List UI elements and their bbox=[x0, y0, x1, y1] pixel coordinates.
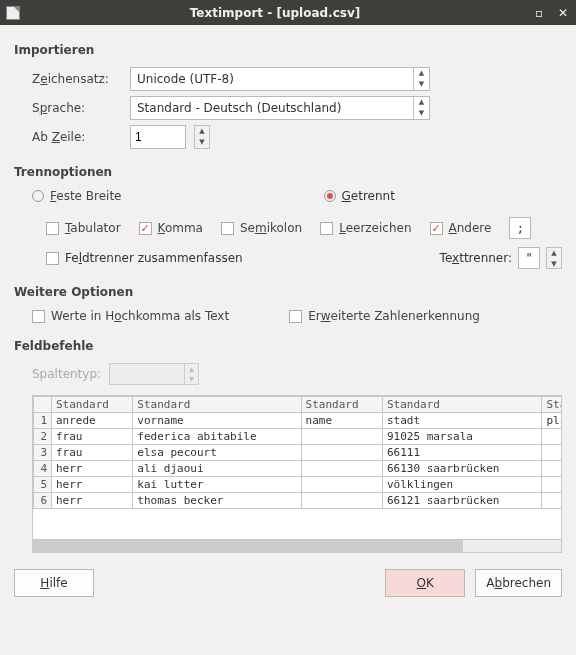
cell bbox=[542, 461, 561, 477]
h-scrollbar[interactable] bbox=[33, 540, 561, 553]
cell: herr bbox=[52, 477, 133, 493]
chk-quoted[interactable] bbox=[32, 310, 45, 323]
radio-fixed[interactable] bbox=[32, 190, 44, 202]
texttrenner-spin[interactable]: ▲▼ bbox=[546, 247, 562, 269]
fromrow-field[interactable] bbox=[131, 130, 167, 144]
table-row: 1anredevornamenamestadtplzst bbox=[34, 413, 562, 429]
preview-area: Standard Standard Standard Standard Stan… bbox=[32, 395, 562, 553]
lang-spin[interactable]: ▲▼ bbox=[413, 97, 429, 119]
coltype-label: Spaltentyp: bbox=[32, 367, 101, 381]
close-icon[interactable]: ✕ bbox=[556, 6, 570, 20]
charset-label: Zeichensatz: bbox=[32, 72, 122, 86]
section-import: Importieren bbox=[14, 43, 562, 57]
doc-icon bbox=[6, 6, 20, 20]
fromrow-input[interactable] bbox=[130, 125, 186, 149]
chk-tab[interactable] bbox=[46, 222, 59, 235]
cell: herr bbox=[52, 461, 133, 477]
radio-fixed-label: Feste Breite bbox=[50, 189, 122, 203]
radio-separated[interactable] bbox=[324, 190, 336, 202]
section-sep: Trennoptionen bbox=[14, 165, 562, 179]
cell: anrede bbox=[52, 413, 133, 429]
cell: 66111 bbox=[382, 445, 542, 461]
chk-space[interactable] bbox=[320, 222, 333, 235]
table-row: 2fraufederica abitabile91025 marsalama bbox=[34, 429, 562, 445]
cell bbox=[542, 493, 561, 509]
cell: 91025 marsala bbox=[382, 429, 542, 445]
minimize-icon[interactable]: ▫ bbox=[532, 6, 546, 20]
cell bbox=[542, 429, 561, 445]
radio-separated-label: Getrennt bbox=[342, 189, 395, 203]
col-head[interactable]: Standard bbox=[52, 397, 133, 413]
fromrow-spin[interactable]: ▲▼ bbox=[194, 125, 210, 149]
lang-label: Sprache: bbox=[32, 101, 122, 115]
table-row: 3frauelsa pecourt66111 bbox=[34, 445, 562, 461]
chk-comma[interactable] bbox=[139, 222, 152, 235]
col-head[interactable]: Standard bbox=[542, 397, 561, 413]
other-char-input[interactable]: ; bbox=[509, 217, 531, 239]
window-title: Textimport - [upload.csv] bbox=[28, 6, 522, 20]
lang-combo[interactable]: Standard - Deutsch (Deutschland) ▲▼ bbox=[130, 96, 430, 120]
texttrenner-label: Texttrenner: bbox=[440, 251, 512, 265]
cell bbox=[542, 477, 561, 493]
table-row: 6herrthomas becker66121 saarbrückengr bbox=[34, 493, 562, 509]
cell: ali djaoui bbox=[133, 461, 301, 477]
lang-value: Standard - Deutsch (Deutschland) bbox=[131, 101, 413, 115]
texttrenner-input[interactable]: " bbox=[518, 247, 540, 269]
section-more: Weitere Optionen bbox=[14, 285, 562, 299]
chk-merge-label: Feldtrenner zusammenfassen bbox=[65, 251, 243, 265]
preview-header-row: Standard Standard Standard Standard Stan… bbox=[34, 397, 562, 413]
cell bbox=[542, 445, 561, 461]
cell bbox=[301, 477, 382, 493]
col-head[interactable]: Standard bbox=[133, 397, 301, 413]
titlebar: Textimport - [upload.csv] ▫ ✕ bbox=[0, 0, 576, 25]
chk-extnum-label: Erweiterte Zahlenerkennung bbox=[308, 309, 480, 323]
table-row: 5herrkai luttervölklingen bbox=[34, 477, 562, 493]
cell: völklingen bbox=[382, 477, 542, 493]
preview-scroll[interactable]: Standard Standard Standard Standard Stan… bbox=[33, 396, 561, 540]
charset-combo[interactable]: Unicode (UTF-8) ▲▼ bbox=[130, 67, 430, 91]
col-head[interactable]: Standard bbox=[301, 397, 382, 413]
cell: name bbox=[301, 413, 382, 429]
table-row: 4herrali djaoui66130 saarbrückenel bbox=[34, 461, 562, 477]
preview-table: Standard Standard Standard Standard Stan… bbox=[33, 396, 561, 509]
cell: thomas becker bbox=[133, 493, 301, 509]
cell: vorname bbox=[133, 413, 301, 429]
dialog-content: Importieren Zeichensatz: Unicode (UTF-8)… bbox=[0, 25, 576, 607]
chk-merge[interactable] bbox=[46, 252, 59, 265]
coltype-combo: ▲▼ bbox=[109, 363, 199, 385]
cell: federica abitabile bbox=[133, 429, 301, 445]
cell bbox=[301, 493, 382, 509]
chk-other-label: Andere bbox=[449, 221, 492, 235]
cell: elsa pecourt bbox=[133, 445, 301, 461]
cell: plz bbox=[542, 413, 561, 429]
chk-tab-label: Tabulator bbox=[65, 221, 121, 235]
cell bbox=[301, 461, 382, 477]
charset-value: Unicode (UTF-8) bbox=[131, 72, 413, 86]
charset-spin[interactable]: ▲▼ bbox=[413, 68, 429, 90]
cell: frau bbox=[52, 429, 133, 445]
section-fields: Feldbefehle bbox=[14, 339, 562, 353]
chk-extnum[interactable] bbox=[289, 310, 302, 323]
cancel-button[interactable]: Abbrechen bbox=[475, 569, 562, 597]
cell: kai lutter bbox=[133, 477, 301, 493]
cell: stadt bbox=[382, 413, 542, 429]
cell bbox=[301, 429, 382, 445]
chk-semi[interactable] bbox=[221, 222, 234, 235]
ok-button[interactable]: OK bbox=[385, 569, 465, 597]
chk-semi-label: Semikolon bbox=[240, 221, 302, 235]
help-button[interactable]: Hilfe bbox=[14, 569, 94, 597]
col-head[interactable]: Standard bbox=[382, 397, 542, 413]
cell: 66130 saarbrücken bbox=[382, 461, 542, 477]
fromrow-label: Ab Zeile: bbox=[32, 130, 122, 144]
chk-comma-label: Komma bbox=[158, 221, 203, 235]
cell: frau bbox=[52, 445, 133, 461]
cell: 66121 saarbrücken bbox=[382, 493, 542, 509]
chk-other[interactable] bbox=[430, 222, 443, 235]
cell: herr bbox=[52, 493, 133, 509]
cell bbox=[301, 445, 382, 461]
chk-quoted-label: Werte in Hochkomma als Text bbox=[51, 309, 229, 323]
chk-space-label: Leerzeichen bbox=[339, 221, 411, 235]
